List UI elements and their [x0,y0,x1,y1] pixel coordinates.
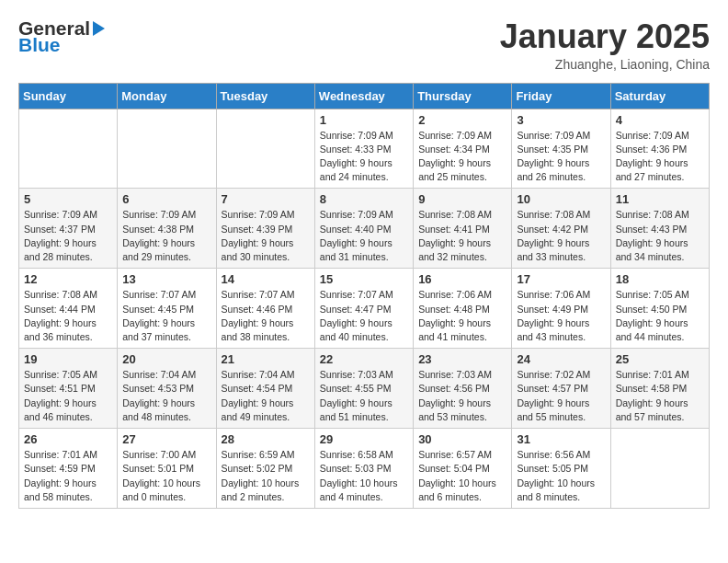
day-info: Sunrise: 7:00 AMSunset: 5:01 PMDaylight:… [122,448,210,504]
day-info: Sunrise: 6:59 AMSunset: 5:02 PMDaylight:… [222,448,310,504]
weekday-header-friday: Friday [512,83,610,109]
calendar-cell: 13Sunrise: 7:07 AMSunset: 4:45 PMDayligh… [118,269,216,349]
calendar-cell: 4Sunrise: 7:09 AMSunset: 4:36 PMDaylight… [610,109,709,189]
day-info: Sunrise: 7:05 AMSunset: 4:50 PMDaylight:… [616,288,704,344]
calendar-cell: 5Sunrise: 7:09 AMSunset: 4:37 PMDaylight… [19,189,118,269]
day-number: 12 [24,272,112,286]
calendar-cell: 17Sunrise: 7:06 AMSunset: 4:49 PMDayligh… [512,269,610,349]
page: General Blue January 2025 Zhuanghe, Liao… [0,0,728,527]
calendar-cell: 9Sunrise: 7:08 AMSunset: 4:41 PMDaylight… [414,189,512,269]
day-info: Sunrise: 7:09 AMSunset: 4:40 PMDaylight:… [320,208,408,264]
day-info: Sunrise: 7:02 AMSunset: 4:57 PMDaylight:… [517,368,605,424]
calendar-cell: 20Sunrise: 7:04 AMSunset: 4:53 PMDayligh… [118,349,216,429]
day-info: Sunrise: 7:07 AMSunset: 4:45 PMDaylight:… [122,288,210,344]
day-number: 6 [122,192,210,206]
calendar-week-4: 19Sunrise: 7:05 AMSunset: 4:51 PMDayligh… [19,349,710,429]
day-info: Sunrise: 7:08 AMSunset: 4:44 PMDaylight:… [24,288,112,344]
calendar-cell: 25Sunrise: 7:01 AMSunset: 4:58 PMDayligh… [610,349,709,429]
day-info: Sunrise: 7:03 AMSunset: 4:56 PMDaylight:… [418,368,506,424]
calendar-cell: 14Sunrise: 7:07 AMSunset: 4:46 PMDayligh… [216,269,314,349]
calendar-cell: 26Sunrise: 7:01 AMSunset: 4:59 PMDayligh… [19,429,118,509]
calendar-cell [610,429,709,509]
day-number: 4 [616,113,704,127]
calendar-cell: 1Sunrise: 7:09 AMSunset: 4:33 PMDaylight… [314,109,413,189]
day-number: 31 [517,432,605,446]
day-info: Sunrise: 6:58 AMSunset: 5:03 PMDaylight:… [320,448,408,504]
day-info: Sunrise: 7:05 AMSunset: 4:51 PMDaylight:… [24,368,112,424]
weekday-header-saturday: Saturday [610,83,709,109]
day-number: 16 [418,272,506,286]
weekday-header-sunday: Sunday [19,83,118,109]
calendar-cell: 29Sunrise: 6:58 AMSunset: 5:03 PMDayligh… [314,429,413,509]
calendar-cell: 31Sunrise: 6:56 AMSunset: 5:05 PMDayligh… [512,429,610,509]
calendar-week-5: 26Sunrise: 7:01 AMSunset: 4:59 PMDayligh… [19,429,710,509]
weekday-header-row: SundayMondayTuesdayWednesdayThursdayFrid… [19,83,710,109]
day-info: Sunrise: 7:07 AMSunset: 4:46 PMDaylight:… [222,288,310,344]
calendar-cell [118,109,216,189]
day-info: Sunrise: 7:09 AMSunset: 4:35 PMDaylight:… [517,129,605,185]
day-number: 30 [418,432,506,446]
logo-blue-text: Blue [18,35,105,54]
day-number: 20 [122,352,210,366]
day-number: 7 [222,192,310,206]
day-info: Sunrise: 7:01 AMSunset: 4:58 PMDaylight:… [616,368,704,424]
day-number: 10 [517,192,605,206]
day-number: 1 [320,113,408,127]
calendar-cell: 27Sunrise: 7:00 AMSunset: 5:01 PMDayligh… [118,429,216,509]
calendar-week-1: 1Sunrise: 7:09 AMSunset: 4:33 PMDaylight… [19,109,710,189]
day-number: 5 [24,192,112,206]
day-info: Sunrise: 6:57 AMSunset: 5:04 PMDaylight:… [418,448,506,504]
day-info: Sunrise: 7:04 AMSunset: 4:53 PMDaylight:… [122,368,210,424]
day-number: 27 [122,432,210,446]
calendar-week-2: 5Sunrise: 7:09 AMSunset: 4:37 PMDaylight… [19,189,710,269]
day-number: 28 [222,432,310,446]
weekday-header-tuesday: Tuesday [216,83,314,109]
calendar-cell: 7Sunrise: 7:09 AMSunset: 4:39 PMDaylight… [216,189,314,269]
calendar-cell: 8Sunrise: 7:09 AMSunset: 4:40 PMDaylight… [314,189,413,269]
calendar-table: SundayMondayTuesdayWednesdayThursdayFrid… [18,83,710,509]
day-info: Sunrise: 7:08 AMSunset: 4:42 PMDaylight:… [517,208,605,264]
calendar-cell [216,109,314,189]
day-info: Sunrise: 7:01 AMSunset: 4:59 PMDaylight:… [24,448,112,504]
day-info: Sunrise: 7:06 AMSunset: 4:49 PMDaylight:… [517,288,605,344]
day-number: 9 [418,192,506,206]
day-number: 18 [616,272,704,286]
calendar-cell: 22Sunrise: 7:03 AMSunset: 4:55 PMDayligh… [314,349,413,429]
day-info: Sunrise: 7:04 AMSunset: 4:54 PMDaylight:… [222,368,310,424]
day-number: 19 [24,352,112,366]
calendar-cell: 16Sunrise: 7:06 AMSunset: 4:48 PMDayligh… [414,269,512,349]
calendar-cell: 28Sunrise: 6:59 AMSunset: 5:02 PMDayligh… [216,429,314,509]
day-info: Sunrise: 7:08 AMSunset: 4:43 PMDaylight:… [616,208,704,264]
calendar-cell: 11Sunrise: 7:08 AMSunset: 4:43 PMDayligh… [610,189,709,269]
day-info: Sunrise: 7:07 AMSunset: 4:47 PMDaylight:… [320,288,408,344]
calendar-cell: 10Sunrise: 7:08 AMSunset: 4:42 PMDayligh… [512,189,610,269]
calendar-cell: 24Sunrise: 7:02 AMSunset: 4:57 PMDayligh… [512,349,610,429]
calendar-cell: 30Sunrise: 6:57 AMSunset: 5:04 PMDayligh… [414,429,512,509]
month-title: January 2025 [500,18,710,55]
day-number: 2 [418,113,506,127]
day-info: Sunrise: 7:09 AMSunset: 4:37 PMDaylight:… [24,208,112,264]
title-block: January 2025 Zhuanghe, Liaoning, China [500,18,710,72]
day-number: 11 [616,192,704,206]
header: General Blue January 2025 Zhuanghe, Liao… [18,18,710,72]
calendar-cell [19,109,118,189]
calendar-cell: 6Sunrise: 7:09 AMSunset: 4:38 PMDaylight… [118,189,216,269]
calendar-cell: 2Sunrise: 7:09 AMSunset: 4:34 PMDaylight… [414,109,512,189]
day-number: 24 [517,352,605,366]
location: Zhuanghe, Liaoning, China [500,57,710,72]
weekday-header-thursday: Thursday [414,83,512,109]
day-number: 25 [616,352,704,366]
day-number: 15 [320,272,408,286]
day-number: 22 [320,352,408,366]
calendar-cell: 12Sunrise: 7:08 AMSunset: 4:44 PMDayligh… [19,269,118,349]
day-number: 13 [122,272,210,286]
day-info: Sunrise: 7:09 AMSunset: 4:34 PMDaylight:… [418,129,506,185]
calendar-cell: 19Sunrise: 7:05 AMSunset: 4:51 PMDayligh… [19,349,118,429]
calendar-cell: 23Sunrise: 7:03 AMSunset: 4:56 PMDayligh… [414,349,512,429]
day-info: Sunrise: 7:09 AMSunset: 4:36 PMDaylight:… [616,129,704,185]
day-info: Sunrise: 7:09 AMSunset: 4:38 PMDaylight:… [122,208,210,264]
day-number: 26 [24,432,112,446]
day-number: 21 [222,352,310,366]
day-info: Sunrise: 7:09 AMSunset: 4:39 PMDaylight:… [222,208,310,264]
day-number: 3 [517,113,605,127]
